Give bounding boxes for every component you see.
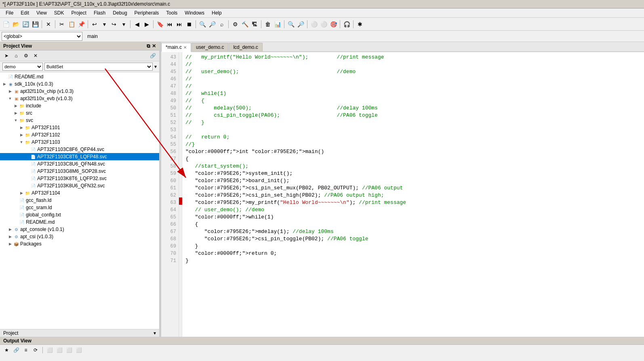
- expand-1101-icon[interactable]: ▶: [19, 125, 24, 130]
- restore-panel-icon[interactable]: ⧉: [147, 43, 150, 49]
- tree-item-svc5[interactable]: 📄 APT32F1103K8T6_LQFP32.svc: [0, 175, 159, 182]
- tree-item-apt1103[interactable]: ▼ 📁 APT32F1103: [0, 139, 159, 146]
- zoom-out-button[interactable]: 🔎: [296, 20, 305, 29]
- sync-icon[interactable]: ⚙: [22, 52, 30, 60]
- link-icon[interactable]: 🔗: [149, 52, 157, 60]
- expand-packages-icon[interactable]: ▶: [7, 241, 13, 247]
- save2-button[interactable]: ⬜: [55, 346, 63, 354]
- tree-item-apt-csi[interactable]: ▶ ⚙ apt_csi (v1.0.3): [0, 233, 159, 240]
- close-project-icon[interactable]: ✕: [32, 52, 40, 60]
- tree-item-readme1[interactable]: 📄 README.md: [0, 73, 159, 80]
- buildset-dropdown-icon[interactable]: ▾: [154, 64, 157, 69]
- buildset-select[interactable]: BuildSet: [44, 63, 153, 71]
- tab-close-icon[interactable]: ✕: [183, 45, 187, 50]
- tree-item-gcc-flash[interactable]: 📄 gcc_flash.ld: [0, 197, 159, 204]
- tree-item-apt1104[interactable]: ▶ 📁 APT32F1104: [0, 189, 159, 197]
- expand-sdk-icon[interactable]: ▶: [2, 81, 7, 87]
- tree-item-apt1101[interactable]: ▶ 📁 APT32F1101: [0, 124, 159, 131]
- save-button[interactable]: 💾: [31, 20, 40, 29]
- menu-flash[interactable]: Flash: [90, 9, 109, 17]
- link-button[interactable]: 🔗: [12, 346, 20, 354]
- run1-button[interactable]: ⚪: [309, 20, 318, 29]
- run2-button[interactable]: ⚪: [319, 20, 328, 29]
- tree-item-chip[interactable]: ▶ ▣ apt32f110x_chip (v1.0.3): [0, 88, 159, 95]
- tree-item-apt1102[interactable]: ▶ 📁 APT32F1102: [0, 131, 159, 139]
- code-editor[interactable]: 4344454647484950515253545556575859606162…: [161, 52, 644, 337]
- home-icon[interactable]: ⌂: [12, 52, 20, 60]
- project-tree[interactable]: 📄 README.md ▶ ◉ sdk_110x (v1.0.3) ▶ ▣ ap…: [0, 72, 159, 329]
- copy2-button[interactable]: ⬜: [46, 346, 54, 354]
- tree-item-global-config[interactable]: 📄 global_config.txt: [0, 211, 159, 218]
- search-button[interactable]: 🔍: [198, 20, 207, 29]
- close2-button[interactable]: ⬜: [75, 346, 83, 354]
- headset-button[interactable]: 🎧: [342, 20, 351, 29]
- menu-file[interactable]: File: [2, 9, 17, 17]
- tree-item-apt-console[interactable]: ▶ ⚙ apt_console (v1.0.1): [0, 226, 159, 233]
- open-file-button[interactable]: 📂: [11, 20, 20, 29]
- new-file-button[interactable]: 📄: [2, 20, 11, 29]
- refresh-button[interactable]: 🔄: [21, 20, 30, 29]
- expand-src-icon[interactable]: ▶: [13, 110, 19, 116]
- expand-svc-icon[interactable]: ▼: [13, 118, 19, 123]
- menu-tools[interactable]: Tools: [163, 9, 181, 17]
- tree-item-src[interactable]: ▶ 📁 src: [0, 109, 159, 117]
- menu-debug[interactable]: Debug: [109, 9, 130, 17]
- list-button[interactable]: ≡: [22, 346, 30, 354]
- project-tab-chevron[interactable]: ▾: [154, 330, 156, 336]
- bookmark-button[interactable]: 🔖: [156, 20, 164, 29]
- expand-1104-icon[interactable]: ▶: [19, 190, 24, 196]
- expand-include-icon[interactable]: ▶: [13, 103, 19, 109]
- navigate-icon[interactable]: ➤: [2, 52, 11, 60]
- tree-item-readme2[interactable]: 📄 README.md: [0, 218, 159, 226]
- sync-button[interactable]: ⟳: [32, 346, 40, 354]
- global-selector[interactable]: <global>: [2, 32, 82, 41]
- build2-button[interactable]: 🔨: [240, 20, 249, 29]
- expand-csi-icon[interactable]: ▶: [7, 234, 13, 239]
- code-content[interactable]: // my_printf("Hello World~~~~~~~\n"); //…: [182, 52, 644, 337]
- search2-button[interactable]: 🔎: [208, 20, 217, 29]
- undo-dropdown[interactable]: ▾: [100, 20, 109, 29]
- flash1-button[interactable]: 🗑: [263, 20, 272, 29]
- tree-item-svc1[interactable]: 📄 APT32F1103C8F6_QFP44.svc: [0, 146, 159, 153]
- flash2-button[interactable]: 📊: [273, 20, 282, 29]
- tree-item-sdk[interactable]: ▶ ◉ sdk_110x (v1.0.3): [0, 80, 159, 88]
- nav1-button[interactable]: ⏮: [165, 20, 174, 29]
- tab-user-demo[interactable]: user_demo.c: [192, 43, 228, 51]
- tree-item-svc2[interactable]: 📄 APT32F1103C8T6_LQFP48.svc: [0, 153, 159, 160]
- expand-console-icon[interactable]: ▶: [7, 227, 13, 232]
- tree-item-include[interactable]: ▶ 📁 include: [0, 102, 159, 109]
- cut-button[interactable]: ✂: [57, 20, 66, 29]
- menu-project[interactable]: Project: [68, 9, 90, 17]
- menu-help[interactable]: Help: [208, 9, 225, 17]
- expand-evb-icon[interactable]: ▼: [7, 96, 13, 101]
- star-button[interactable]: ★: [2, 346, 11, 354]
- expand-1102-icon[interactable]: ▶: [19, 132, 24, 138]
- close-button[interactable]: ✕: [44, 20, 53, 29]
- search3-button[interactable]: ⌕: [217, 20, 226, 29]
- tree-item-packages[interactable]: ▶ 📦 Packages: [0, 240, 159, 248]
- run3-button[interactable]: 🎯: [329, 20, 338, 29]
- expand-1103-icon[interactable]: ▼: [19, 139, 24, 145]
- project-select[interactable]: demo: [2, 63, 43, 71]
- tree-item-gcc-sram[interactable]: 📄 gcc_sram.ld: [0, 204, 159, 211]
- paste-button[interactable]: 📌: [77, 20, 86, 29]
- redo-button[interactable]: ↪: [109, 20, 118, 29]
- redo-dropdown[interactable]: ▾: [119, 20, 128, 29]
- tree-item-svc6[interactable]: 📄 APT32F1103K8U6_QFN32.svc: [0, 182, 159, 189]
- tab-main-c[interactable]: *main.c ✕: [161, 43, 191, 52]
- tree-item-svc3[interactable]: 📄 APT32F1103C8U6_QFN48.svc: [0, 160, 159, 168]
- expand-chip-icon[interactable]: ▶: [7, 88, 13, 94]
- nav2-button[interactable]: ⏭: [175, 20, 184, 29]
- build3-button[interactable]: 🏗: [250, 20, 259, 29]
- nav3-button[interactable]: ⏹: [185, 20, 194, 29]
- back-button[interactable]: ◀: [133, 20, 141, 29]
- undo-button[interactable]: ↩: [90, 20, 99, 29]
- menu-edit[interactable]: Edit: [17, 9, 32, 17]
- build1-button[interactable]: ⚙: [231, 20, 240, 29]
- project-tab-label[interactable]: Project: [3, 330, 18, 336]
- tree-item-evb[interactable]: ▼ ▣ apt32f110x_evb (v1.0.3): [0, 95, 159, 102]
- copy-button[interactable]: 📋: [67, 20, 76, 29]
- layout-button[interactable]: ⬜: [65, 346, 73, 354]
- menu-windows[interactable]: Windows: [181, 9, 208, 17]
- menu-sdk[interactable]: SDK: [51, 9, 67, 17]
